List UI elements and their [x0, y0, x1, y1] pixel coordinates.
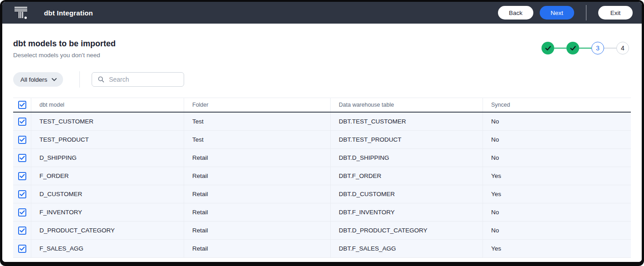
row-model: F_ORDER — [31, 167, 184, 185]
row-checkbox-cell — [13, 222, 31, 239]
topbar-divider — [586, 5, 586, 20]
row-synced: No — [483, 203, 631, 221]
table-body: TEST_CUSTOMER Test DBT.TEST_CUSTOMER No … — [13, 113, 631, 258]
row-folder: Retail — [184, 167, 330, 185]
row-checkbox-cell — [13, 131, 31, 148]
row-checkbox-cell — [13, 149, 31, 167]
models-table: dbt model Folder Data warehouse table Sy… — [13, 98, 631, 258]
step-connector — [604, 48, 616, 49]
row-synced: No — [483, 131, 631, 148]
search-box[interactable] — [92, 72, 184, 87]
page-heading-block: dbt models to be imported Deselect model… — [13, 39, 116, 59]
topbar-actions: Back Next Exit — [498, 5, 633, 20]
chevron-down-icon — [52, 78, 57, 81]
column-header-dbt-model[interactable]: dbt model — [31, 98, 184, 112]
row-warehouse-table: DBT.F_SALES_AGG — [330, 240, 483, 257]
row-synced: No — [483, 222, 631, 239]
row-folder: Retail — [184, 149, 330, 167]
row-checkbox[interactable] — [18, 208, 26, 217]
row-model: TEST_CUSTOMER — [31, 113, 184, 130]
row-warehouse-table: DBT.F_ORDER — [330, 167, 483, 185]
page-header: dbt models to be imported Deselect model… — [13, 39, 631, 59]
row-folder: Retail — [184, 185, 330, 203]
row-checkbox[interactable] — [18, 118, 26, 126]
top-bar: dbt Integration Back Next Exit — [2, 2, 642, 24]
next-button[interactable]: Next — [540, 6, 574, 20]
select-all-checkbox[interactable] — [18, 101, 26, 109]
table-row: TEST_CUSTOMER Test DBT.TEST_CUSTOMER No — [13, 113, 631, 131]
row-synced: Yes — [483, 185, 631, 203]
row-warehouse-table: DBT.TEST_PRODUCT — [330, 131, 483, 148]
page-title-topbar: dbt Integration — [44, 9, 93, 17]
search-input[interactable] — [109, 76, 179, 83]
row-folder: Test — [184, 113, 330, 130]
main-content: dbt models to be imported Deselect model… — [2, 24, 642, 262]
table-row: TEST_PRODUCT Test DBT.TEST_PRODUCT No — [13, 131, 631, 149]
row-synced: Yes — [483, 167, 631, 185]
row-checkbox[interactable] — [18, 136, 26, 144]
row-checkbox-cell — [13, 203, 31, 221]
row-model: D_CUSTOMER — [31, 185, 184, 203]
table-header-row: dbt model Folder Data warehouse table Sy… — [13, 98, 631, 113]
row-warehouse-table: DBT.D_SHIPPING — [330, 149, 483, 167]
table-row: D_SHIPPING Retail DBT.D_SHIPPING No — [13, 149, 631, 167]
row-folder: Retail — [184, 240, 330, 257]
column-header-folder[interactable]: Folder — [184, 98, 330, 112]
row-folder: Retail — [184, 222, 330, 239]
row-checkbox-cell — [13, 240, 31, 257]
table-row: F_INVENTORY Retail DBT.F_INVENTORY No — [13, 203, 631, 222]
row-model: F_SALES_AGG — [31, 240, 184, 257]
dbt-integration-window: dbt Integration Back Next Exit dbt model… — [2, 2, 642, 262]
page-subtitle: Deselect models you don't need — [13, 52, 116, 59]
folder-filter-label: All folders — [20, 76, 47, 83]
row-folder: Retail — [184, 203, 330, 221]
step-4-upcoming[interactable]: 4 — [616, 42, 629, 54]
step-2-done[interactable] — [566, 42, 579, 54]
table-row: D_CUSTOMER Retail DBT.D_CUSTOMER Yes — [13, 185, 631, 203]
row-synced: No — [483, 149, 631, 167]
row-checkbox-cell — [13, 167, 31, 185]
row-checkbox[interactable] — [18, 245, 26, 253]
step-1-done[interactable] — [542, 42, 554, 54]
wizard-stepper: 34 — [542, 42, 629, 54]
folder-filter-dropdown[interactable]: All folders — [13, 72, 63, 87]
row-model: D_SHIPPING — [31, 149, 184, 167]
step-connector — [579, 48, 591, 49]
header-checkbox-cell — [13, 98, 31, 112]
table-row: D_PRODUCT_CATEGORY Retail DBT.D_PRODUCT_… — [13, 222, 631, 240]
row-model: F_INVENTORY — [31, 203, 184, 221]
step-3-active[interactable]: 3 — [591, 42, 604, 54]
row-checkbox[interactable] — [18, 190, 26, 198]
filter-divider — [79, 71, 80, 88]
exit-button[interactable]: Exit — [598, 6, 633, 20]
filter-bar: All folders — [13, 71, 631, 88]
row-warehouse-table: DBT.D_PRODUCT_CATEGORY — [330, 222, 483, 239]
app-window-frame: dbt Integration Back Next Exit dbt model… — [0, 0, 644, 266]
row-checkbox-cell — [13, 185, 31, 203]
step-connector — [554, 48, 566, 49]
row-checkbox[interactable] — [18, 227, 26, 235]
row-synced: No — [483, 113, 631, 130]
table-row: F_SALES_AGG Retail DBT.F_SALES_AGG Yes — [13, 240, 631, 258]
back-button[interactable]: Back — [498, 6, 533, 20]
row-folder: Test — [184, 131, 330, 148]
column-header-synced[interactable]: Synced — [483, 98, 631, 112]
thoughtspot-logo-icon — [14, 6, 28, 20]
search-icon — [98, 76, 104, 83]
table-row: F_ORDER Retail DBT.F_ORDER Yes — [13, 167, 631, 185]
row-warehouse-table: DBT.TEST_CUSTOMER — [330, 113, 483, 130]
column-header-warehouse-table[interactable]: Data warehouse table — [330, 98, 483, 112]
row-checkbox-cell — [13, 113, 31, 130]
row-warehouse-table: DBT.D_CUSTOMER — [330, 185, 483, 203]
row-model: TEST_PRODUCT — [31, 131, 184, 148]
row-synced: Yes — [483, 240, 631, 257]
page-title: dbt models to be imported — [13, 39, 116, 49]
row-checkbox[interactable] — [18, 154, 26, 162]
row-checkbox[interactable] — [18, 172, 26, 180]
row-model: D_PRODUCT_CATEGORY — [31, 222, 184, 239]
row-warehouse-table: DBT.F_INVENTORY — [330, 203, 483, 221]
